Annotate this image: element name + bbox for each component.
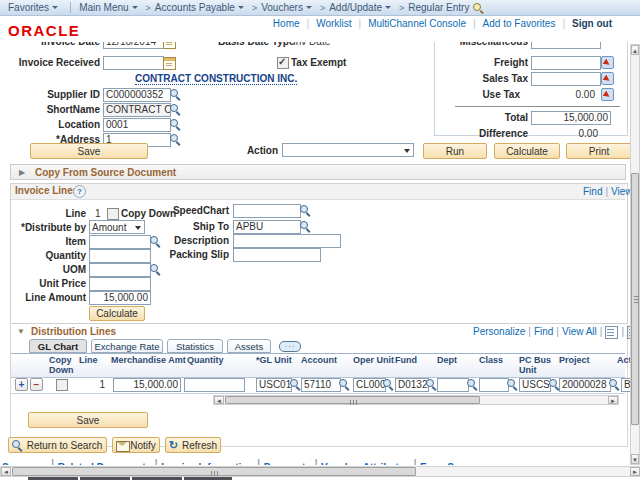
item-field[interactable] bbox=[89, 235, 151, 249]
row-class-field[interactable] bbox=[479, 378, 509, 392]
link-invoice-information[interactable]: Invoice Information bbox=[161, 462, 253, 465]
invoice-date-field[interactable]: 12/10/2014 bbox=[103, 42, 164, 49]
vertical-scrollbar[interactable]: ▲ ▼ bbox=[630, 44, 640, 465]
scroll-left-button[interactable]: ◄ bbox=[1, 467, 11, 476]
link-multichannel-console[interactable]: MultiChannel Console bbox=[368, 18, 466, 29]
collapse-icon[interactable]: ▼ bbox=[17, 327, 25, 337]
scroll-right-button[interactable]: ► bbox=[608, 396, 618, 404]
transfer-icon[interactable] bbox=[601, 56, 614, 69]
tab-gl-chart[interactable]: GL Chart bbox=[29, 339, 87, 353]
sales-tax-field[interactable] bbox=[531, 72, 601, 86]
row-merchandise-amt-field[interactable]: 15,000.00 bbox=[113, 378, 181, 392]
speedchart-field[interactable] bbox=[233, 204, 301, 218]
horizontal-scrollbar[interactable]: ◄ ► bbox=[0, 466, 640, 477]
copy-down-checkbox[interactable] bbox=[107, 208, 119, 220]
grid-horizontal-scrollbar[interactable]: ◄ ► bbox=[213, 395, 619, 405]
supplier-name-link[interactable]: CONTRACT CONSTRUCTION INC. bbox=[135, 73, 297, 85]
scroll-left-button[interactable]: ◄ bbox=[214, 396, 224, 404]
lookup-icon[interactable] bbox=[467, 379, 478, 390]
grid-scrollbar-thumb[interactable] bbox=[225, 396, 480, 404]
supplier-id-field[interactable]: C000000352 bbox=[103, 88, 171, 102]
link-add-to-favorites[interactable]: Add to Favorites bbox=[483, 18, 556, 29]
vertical-scrollbar-thumb[interactable] bbox=[631, 173, 639, 425]
scroll-down-button[interactable]: ▼ bbox=[631, 454, 639, 464]
uom-field[interactable] bbox=[89, 263, 151, 277]
return-to-search-button[interactable]: Return to Search bbox=[8, 437, 107, 453]
total-field[interactable]: 15,000.00 bbox=[531, 111, 611, 125]
breadcrumb-accounts-payable[interactable]: Accounts Payable bbox=[155, 2, 244, 13]
link-summary[interactable]: Summary bbox=[2, 462, 48, 465]
personalize-link[interactable]: Personalize bbox=[473, 326, 525, 337]
ship-to-field[interactable]: APBU bbox=[233, 220, 301, 234]
unit-price-field[interactable] bbox=[89, 277, 151, 291]
lookup-icon[interactable] bbox=[609, 379, 620, 390]
notify-button[interactable]: Notify bbox=[112, 437, 160, 453]
lookup-icon[interactable] bbox=[170, 134, 181, 145]
transfer-icon[interactable] bbox=[601, 88, 614, 101]
run-button[interactable]: Run bbox=[423, 143, 487, 159]
description-field[interactable] bbox=[233, 234, 341, 248]
calendar-icon[interactable] bbox=[163, 42, 176, 49]
row-copy-down-checkbox[interactable] bbox=[56, 379, 68, 391]
row-activity-field[interactable]: B bbox=[621, 378, 630, 392]
find-link[interactable]: Find bbox=[583, 186, 602, 197]
tab-exchange-rate[interactable]: Exchange Rate bbox=[91, 339, 163, 353]
save-button-bottom[interactable]: Save bbox=[28, 412, 148, 428]
tax-exempt-checkbox[interactable] bbox=[277, 57, 289, 69]
action-select[interactable] bbox=[282, 143, 414, 157]
delete-row-button[interactable]: − bbox=[30, 378, 43, 391]
transfer-icon[interactable] bbox=[601, 72, 614, 85]
scroll-right-button[interactable]: ► bbox=[630, 467, 640, 476]
lookup-icon[interactable] bbox=[170, 119, 181, 130]
freight-field[interactable] bbox=[531, 56, 601, 70]
row-gl-unit-field[interactable]: USC01 bbox=[256, 378, 292, 392]
help-icon[interactable]: ? bbox=[73, 185, 86, 198]
row-project-field[interactable]: 20000028 bbox=[559, 378, 611, 392]
search-icon[interactable] bbox=[473, 2, 484, 13]
scroll-up-button[interactable]: ▲ bbox=[631, 45, 639, 55]
add-row-button[interactable]: + bbox=[15, 378, 28, 391]
save-button[interactable]: Save bbox=[30, 143, 148, 159]
link-home[interactable]: Home bbox=[273, 18, 300, 29]
print-button[interactable]: Print bbox=[566, 143, 630, 159]
lookup-icon[interactable] bbox=[300, 221, 311, 232]
lookup-icon[interactable] bbox=[170, 104, 181, 115]
link-worklist[interactable]: Worklist bbox=[316, 18, 351, 29]
packing-slip-field[interactable] bbox=[233, 248, 321, 262]
quantity-field[interactable] bbox=[89, 249, 151, 263]
copy-from-source-section[interactable]: ▶ Copy From Source Document bbox=[10, 164, 626, 180]
show-all-columns-icon[interactable] bbox=[279, 341, 301, 352]
view-all-link[interactable]: View All bbox=[611, 186, 630, 197]
shortname-field[interactable]: CONTRACT C-001 bbox=[103, 103, 171, 117]
breadcrumb-vouchers[interactable]: Vouchers bbox=[261, 2, 312, 13]
find-link[interactable]: Find bbox=[534, 326, 553, 337]
lookup-icon[interactable] bbox=[290, 379, 301, 390]
row-dept-field[interactable] bbox=[437, 378, 469, 392]
lookup-icon[interactable] bbox=[300, 205, 311, 216]
location-field[interactable]: 0001 bbox=[103, 118, 171, 132]
line-amount-field[interactable]: 15,000.00 bbox=[89, 291, 151, 305]
lookup-icon[interactable] bbox=[507, 379, 518, 390]
row-account-field[interactable]: 57110 bbox=[301, 378, 341, 392]
expand-icon[interactable]: ▶ bbox=[19, 168, 25, 178]
calculate-line-button[interactable]: Calculate bbox=[89, 306, 145, 321]
refresh-button[interactable]: ↻Refresh bbox=[165, 437, 221, 453]
tab-statistics[interactable]: Statistics bbox=[167, 339, 223, 353]
lookup-icon[interactable] bbox=[339, 379, 350, 390]
breadcrumb-add-update[interactable]: Add/Update bbox=[329, 2, 391, 13]
distribute-by-select[interactable]: Amount bbox=[89, 220, 145, 234]
link-payments[interactable]: Payments bbox=[264, 462, 311, 465]
menu-favorites[interactable]: Favorites bbox=[8, 2, 58, 13]
row-pc-bus-unit-field[interactable]: USCS bbox=[519, 378, 551, 392]
invoice-received-field[interactable] bbox=[103, 56, 164, 70]
link-sign-out[interactable]: Sign out bbox=[572, 18, 612, 29]
link-error-summary[interactable]: Error Summary bbox=[420, 462, 493, 465]
link-voucher-attributes[interactable]: Voucher Attributes bbox=[321, 462, 410, 465]
calendar-icon[interactable] bbox=[163, 57, 176, 70]
calculate-button[interactable]: Calculate bbox=[494, 143, 560, 159]
tab-assets[interactable]: Assets bbox=[227, 339, 271, 353]
menu-main-menu[interactable]: Main Menu bbox=[79, 2, 137, 13]
link-related-documents[interactable]: Related Documents bbox=[58, 462, 151, 465]
lookup-icon[interactable] bbox=[383, 379, 394, 390]
horizontal-scrollbar-thumb[interactable] bbox=[12, 467, 416, 476]
